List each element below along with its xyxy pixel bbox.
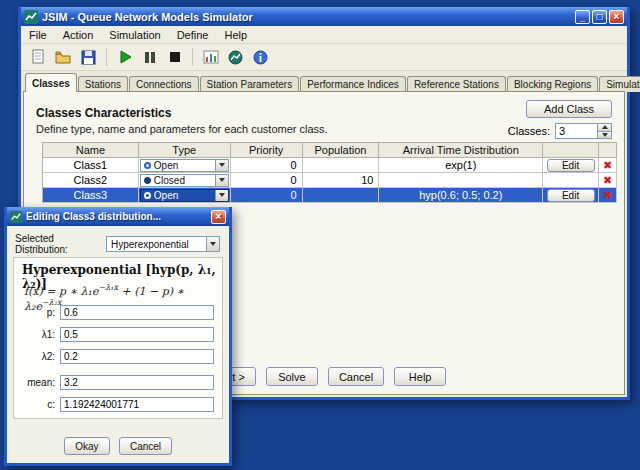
open-class-icon <box>144 192 151 199</box>
main-titlebar[interactable]: JSIM - Queue Network Models Simulator _ … <box>21 7 627 26</box>
pause-icon <box>144 51 156 64</box>
table-row-selected[interactable]: Class3 Open 0 hyp(0.6; 0.5; 0.2) Edit ✖ <box>43 188 617 203</box>
solve-button[interactable]: Solve <box>266 367 318 386</box>
combo-arrow-button <box>215 160 228 171</box>
menubar: File Action Simulation Define Help <box>21 26 627 44</box>
edit-cell <box>543 173 599 188</box>
tab-simulation[interactable]: Simulation <box>599 76 640 92</box>
window-title: JSIM - Queue Network Models Simulator <box>42 11 573 23</box>
dialog-buttons: Okay Cancel <box>7 437 229 455</box>
distribution-cell: hyp(0.6; 0.5; 0.2) <box>379 188 543 203</box>
table-row[interactable]: Class2 Closed 0 10 ✖ <box>43 173 617 188</box>
logo-button[interactable] <box>224 46 247 69</box>
add-class-button[interactable]: Add Class <box>526 100 612 118</box>
population-cell[interactable]: 10 <box>303 173 380 188</box>
play-button[interactable] <box>113 46 136 69</box>
dialog-close-button[interactable]: × <box>211 210 226 224</box>
results-button[interactable] <box>199 46 222 69</box>
header-name: Name <box>43 143 139 158</box>
menu-item-simulation[interactable]: Simulation <box>101 28 168 42</box>
c-input[interactable] <box>60 397 214 412</box>
population-cell[interactable] <box>303 158 380 173</box>
stop-icon <box>169 51 181 63</box>
edit-cell: Edit <box>543 188 599 203</box>
tab-reference-stations[interactable]: Reference Stations <box>407 76 506 92</box>
mean-label: mean: <box>20 377 60 388</box>
dialog-cancel-button[interactable]: Cancel <box>119 437 172 455</box>
name-cell[interactable]: Class1 <box>43 158 139 173</box>
stop-button[interactable] <box>163 46 186 69</box>
distribution-cell <box>379 173 543 188</box>
name-cell[interactable]: Class2 <box>43 173 139 188</box>
mean-input[interactable] <box>60 375 214 390</box>
type-combo-value: Open <box>154 160 215 171</box>
combo-arrow-button <box>215 190 228 201</box>
classes-count-label: Classes: <box>508 125 550 137</box>
classes-count-spinner[interactable] <box>555 123 612 139</box>
type-combo[interactable]: Open <box>140 189 229 202</box>
close-button[interactable]: × <box>609 10 624 24</box>
lambda2-label: λ2: <box>20 351 60 362</box>
chevron-up-icon <box>602 125 608 129</box>
table-row[interactable]: Class1 Open 0 exp(1) Edit ✖ <box>43 158 617 173</box>
edit-distribution-button[interactable]: Edit <box>547 189 595 202</box>
cancel-button[interactable]: Cancel <box>328 367 384 386</box>
distribution-combo-value: Hyperexponential <box>107 239 206 250</box>
tab-stations[interactable]: Stations <box>78 76 128 92</box>
spinner-up-button[interactable] <box>597 123 612 132</box>
lambda1-input[interactable] <box>60 327 214 342</box>
new-button[interactable] <box>27 46 50 69</box>
dialog-titlebar[interactable]: Editing Class3 distribution... × <box>7 207 229 226</box>
priority-cell[interactable]: 0 <box>231 173 303 188</box>
lambda1-label: λ1: <box>20 329 60 340</box>
open-class-icon <box>144 162 151 169</box>
chevron-down-icon <box>219 178 225 182</box>
type-cell: Closed <box>139 173 231 188</box>
edit-distribution-button[interactable]: Edit <box>547 159 595 172</box>
type-cell: Open <box>139 188 231 203</box>
tab-connections[interactable]: Connections <box>129 76 199 92</box>
tab-blocking-regions[interactable]: Blocking Regions <box>507 76 598 92</box>
lambda2-input[interactable] <box>60 349 214 364</box>
table-header-row: Name Type Priority Population Arrival Ti… <box>43 143 617 158</box>
delete-class-button[interactable]: ✖ <box>603 175 612 186</box>
about-icon <box>253 50 268 65</box>
delete-class-button[interactable]: ✖ <box>603 190 612 201</box>
menu-item-help[interactable]: Help <box>216 28 255 42</box>
okay-button[interactable]: Okay <box>64 437 110 455</box>
name-cell[interactable]: Class3 <box>43 188 139 203</box>
toolbar <box>21 44 627 71</box>
priority-cell[interactable]: 0 <box>231 188 303 203</box>
header-distribution: Arrival Time Distribution <box>379 143 543 158</box>
tab-classes[interactable]: Classes <box>25 73 77 92</box>
header-delete <box>599 143 617 158</box>
save-icon <box>81 50 96 65</box>
priority-cell[interactable]: 0 <box>231 158 303 173</box>
tab-station-parameters[interactable]: Station Parameters <box>200 76 300 92</box>
population-cell[interactable] <box>303 188 380 203</box>
maximize-button[interactable]: □ <box>592 10 607 24</box>
header-type: Type <box>139 143 231 158</box>
chevron-down-icon <box>602 133 608 137</box>
delete-cell: ✖ <box>599 173 617 188</box>
pause-button[interactable] <box>138 46 161 69</box>
delete-class-button[interactable]: ✖ <box>603 160 612 171</box>
spinner-down-button[interactable] <box>597 132 612 140</box>
type-combo[interactable]: Closed <box>140 174 229 187</box>
p-label: p: <box>20 307 60 318</box>
menu-item-action[interactable]: Action <box>55 28 102 42</box>
c-label: c: <box>20 399 60 410</box>
about-button[interactable] <box>249 46 272 69</box>
tab-performance-indices[interactable]: Performance Indices <box>300 76 406 92</box>
open-button[interactable] <box>52 46 75 69</box>
classes-count-input[interactable] <box>555 123 597 139</box>
p-input[interactable] <box>60 305 214 320</box>
delete-cell: ✖ <box>599 158 617 173</box>
menu-item-define[interactable]: Define <box>169 28 217 42</box>
minimize-button[interactable]: _ <box>575 10 590 24</box>
type-combo[interactable]: Open <box>140 159 229 172</box>
help-button[interactable]: Help <box>394 367 446 386</box>
save-button[interactable] <box>77 46 100 69</box>
distribution-combo[interactable]: Hyperexponential <box>106 236 220 252</box>
menu-item-file[interactable]: File <box>21 28 55 42</box>
